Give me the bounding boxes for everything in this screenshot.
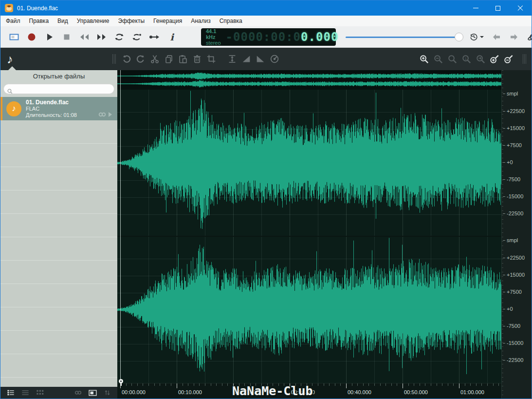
play-button[interactable] bbox=[42, 30, 56, 44]
link-icon bbox=[98, 112, 107, 117]
menu-file[interactable]: Файл bbox=[1, 16, 25, 26]
back-arrow-icon bbox=[491, 31, 502, 43]
zoom-in-icon bbox=[419, 54, 430, 65]
minimize-icon bbox=[473, 8, 478, 8]
axis-tick-label: +22500 bbox=[507, 108, 525, 114]
minimize-button[interactable] bbox=[464, 0, 487, 16]
toolbar-grip-right[interactable] bbox=[523, 54, 527, 64]
view-list-button[interactable] bbox=[20, 388, 31, 397]
delete-button[interactable] bbox=[190, 53, 203, 66]
zoom-fit-button[interactable] bbox=[446, 53, 459, 66]
remote-control-button[interactable] bbox=[526, 30, 532, 44]
volume-slider[interactable] bbox=[346, 33, 462, 41]
copy-button[interactable] bbox=[162, 53, 175, 66]
menu-control[interactable]: Управление bbox=[73, 16, 114, 26]
app-window: 01. Duende.flac Файл Правка Вид Управлен… bbox=[0, 0, 532, 399]
axis-channel-left: smpl +22500 +15000 +7500 +0 -7500 -15000… bbox=[502, 90, 532, 236]
menu-view[interactable]: Вид bbox=[53, 16, 73, 26]
menu-analysis[interactable]: Анализ bbox=[186, 16, 215, 26]
app-icon bbox=[5, 4, 13, 12]
axis-tick-label: -7500 bbox=[507, 176, 520, 182]
overview-canvas[interactable] bbox=[117, 70, 501, 90]
redo-icon bbox=[135, 54, 146, 64]
zoom-selection-button[interactable] bbox=[474, 53, 487, 66]
vertical-zoom-out-button[interactable] bbox=[502, 53, 515, 66]
show-overview-button[interactable] bbox=[87, 388, 98, 397]
file-name: 01. Duende.flac bbox=[26, 99, 77, 106]
zoom-original-button[interactable]: 1 bbox=[460, 53, 473, 66]
cut-icon bbox=[149, 54, 160, 64]
view-grid-button[interactable] bbox=[35, 388, 45, 397]
sidebar-header: Открытые файлы bbox=[0, 70, 117, 82]
view-details-button[interactable] bbox=[5, 388, 16, 397]
search-icon bbox=[7, 88, 13, 95]
fade-out-button[interactable] bbox=[254, 53, 267, 66]
zoom-out-button[interactable] bbox=[432, 53, 445, 66]
waveform-overview[interactable] bbox=[117, 70, 501, 90]
waveform-canvas[interactable] bbox=[117, 90, 501, 383]
fade-in-icon bbox=[241, 54, 252, 64]
search-input[interactable] bbox=[3, 84, 114, 94]
rewind-button[interactable] bbox=[77, 30, 92, 44]
close-button[interactable] bbox=[509, 0, 532, 16]
adjust-amplitude-button[interactable] bbox=[225, 53, 238, 66]
back-button[interactable] bbox=[489, 30, 504, 44]
menu-generation[interactable]: Генерация bbox=[149, 16, 186, 26]
fade-out-icon bbox=[255, 54, 266, 64]
volume-slider-track bbox=[346, 37, 462, 38]
sort-files-button[interactable] bbox=[102, 388, 112, 397]
stop-button[interactable] bbox=[59, 30, 74, 44]
fast-forward-icon bbox=[95, 31, 108, 43]
play-from-cursor-icon bbox=[148, 31, 161, 43]
view-grid-icon bbox=[36, 389, 44, 396]
vertical-zoom-in-button[interactable] bbox=[488, 53, 501, 66]
forward-arrow-icon bbox=[508, 31, 520, 43]
paste-icon bbox=[178, 54, 188, 64]
window-title: 01. Duende.flac bbox=[17, 5, 58, 12]
menu-help[interactable]: Справка bbox=[215, 16, 247, 26]
cut-button[interactable] bbox=[148, 53, 161, 66]
forward-button[interactable] bbox=[507, 30, 521, 44]
link-files-button[interactable] bbox=[73, 388, 83, 397]
zoom-original-icon: 1 bbox=[461, 54, 472, 65]
zoom-in-button[interactable] bbox=[418, 53, 431, 66]
loop-button[interactable] bbox=[112, 30, 127, 44]
close-icon bbox=[517, 5, 523, 11]
axis-tick-label: +0 bbox=[507, 306, 513, 312]
history-button[interactable] bbox=[469, 30, 484, 44]
trim-button[interactable] bbox=[204, 53, 218, 66]
audio-files-tab-icon[interactable]: ♪ bbox=[7, 53, 13, 65]
redo-button[interactable] bbox=[134, 53, 147, 66]
vertical-zoom-in-icon bbox=[489, 54, 500, 65]
undo-button[interactable] bbox=[120, 53, 133, 66]
paste-button[interactable] bbox=[176, 53, 189, 66]
play-from-cursor-button[interactable] bbox=[147, 30, 162, 44]
copy-icon bbox=[164, 54, 174, 64]
svg-text:1: 1 bbox=[465, 56, 467, 60]
axis-tick-label: +7500 bbox=[507, 142, 522, 148]
normalize-button[interactable] bbox=[268, 53, 281, 66]
menu-effects[interactable]: Эффекты bbox=[114, 16, 149, 26]
maximize-button[interactable] bbox=[487, 0, 509, 16]
playhead-pin[interactable] bbox=[119, 379, 123, 383]
file-format: FLAC bbox=[26, 106, 77, 112]
file-list-item-selected[interactable]: ♪ 01. Duende.flac FLAC Длительность: 01:… bbox=[0, 97, 117, 120]
trim-icon bbox=[206, 54, 217, 64]
view-list-icon bbox=[21, 389, 29, 396]
volume-slider-thumb[interactable] bbox=[455, 33, 463, 41]
axis-tick-label: -22500 bbox=[507, 357, 523, 363]
menu-edit[interactable]: Правка bbox=[25, 16, 54, 26]
zoom-out-icon bbox=[433, 54, 444, 65]
selection-mode-button[interactable] bbox=[7, 30, 21, 44]
time-display[interactable]: 44.1 kHz stereo -0000:00:00.000 bbox=[201, 28, 336, 46]
fade-in-button[interactable] bbox=[239, 53, 253, 66]
fast-forward-button[interactable] bbox=[94, 30, 109, 44]
loop-selection-button[interactable] bbox=[129, 30, 144, 44]
sort-files-icon bbox=[104, 389, 111, 396]
axis-tick-label: -15000 bbox=[507, 193, 523, 199]
info-button[interactable]: i bbox=[165, 30, 179, 44]
toolbar-grip[interactable] bbox=[112, 54, 116, 64]
undo-icon bbox=[121, 54, 132, 64]
axis-tick-label: -7500 bbox=[507, 323, 520, 329]
record-button[interactable] bbox=[24, 30, 39, 44]
